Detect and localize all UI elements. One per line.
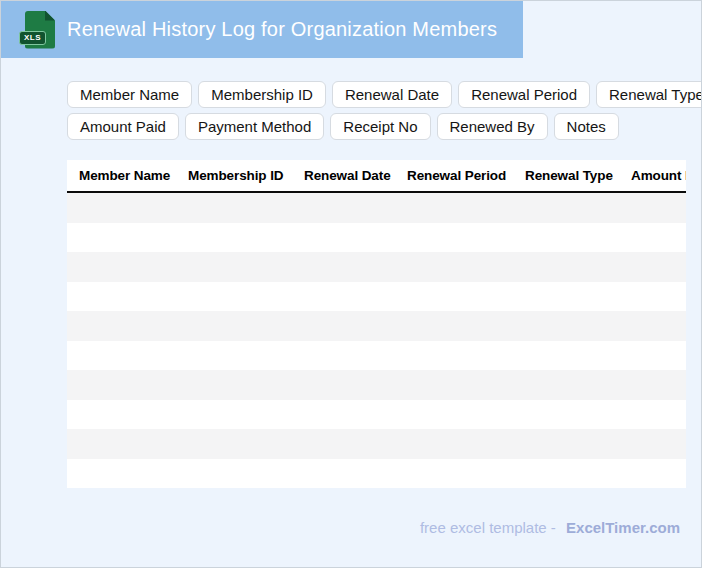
page: XLS Renewal History Log for Organization…	[0, 0, 702, 568]
footer-text: free excel template -	[420, 519, 556, 536]
table-row	[67, 429, 686, 459]
chip-amount-paid[interactable]: Amount Paid	[67, 113, 179, 140]
col-header-member-name: Member Name	[79, 168, 188, 183]
table-row	[67, 252, 686, 282]
table-rows	[67, 193, 686, 488]
footer-brand-link[interactable]: ExcelTimer.com	[566, 519, 680, 536]
column-chips: Member Name Membership ID Renewal Date R…	[67, 81, 697, 145]
table-row	[67, 400, 686, 430]
xls-badge-label: XLS	[19, 31, 46, 45]
col-header-amount-paid: Amount Paid	[631, 168, 686, 183]
chip-renewed-by[interactable]: Renewed By	[437, 113, 548, 140]
table-row	[67, 223, 686, 253]
chip-notes[interactable]: Notes	[554, 113, 619, 140]
chip-member-name[interactable]: Member Name	[67, 81, 192, 108]
table-row	[67, 341, 686, 371]
col-header-membership-id: Membership ID	[188, 168, 304, 183]
chip-renewal-type[interactable]: Renewal Type	[596, 81, 702, 108]
chip-payment-method[interactable]: Payment Method	[185, 113, 324, 140]
chip-row-1: Member Name Membership ID Renewal Date R…	[67, 81, 697, 108]
table-row	[67, 459, 686, 489]
col-header-renewal-type: Renewal Type	[525, 168, 631, 183]
title-bar: XLS Renewal History Log for Organization…	[1, 1, 523, 58]
page-title: Renewal History Log for Organization Mem…	[67, 18, 497, 41]
table-row	[67, 370, 686, 400]
table-row	[67, 193, 686, 223]
table-header-row: Member Name Membership ID Renewal Date R…	[67, 160, 686, 193]
chip-receipt-no[interactable]: Receipt No	[330, 113, 430, 140]
col-header-renewal-period: Renewal Period	[407, 168, 525, 183]
chip-renewal-date[interactable]: Renewal Date	[332, 81, 452, 108]
table-row	[67, 282, 686, 312]
chip-row-2: Amount Paid Payment Method Receipt No Re…	[67, 113, 697, 140]
footer-credit: free excel template - ExcelTimer.com	[420, 519, 680, 536]
table-row	[67, 311, 686, 341]
chip-renewal-period[interactable]: Renewal Period	[458, 81, 590, 108]
col-header-renewal-date: Renewal Date	[304, 168, 407, 183]
table-viewport: Member Name Membership ID Renewal Date R…	[67, 160, 686, 491]
folded-corner	[45, 11, 55, 21]
xls-file-icon: XLS	[23, 11, 55, 49]
chip-membership-id[interactable]: Membership ID	[198, 81, 326, 108]
